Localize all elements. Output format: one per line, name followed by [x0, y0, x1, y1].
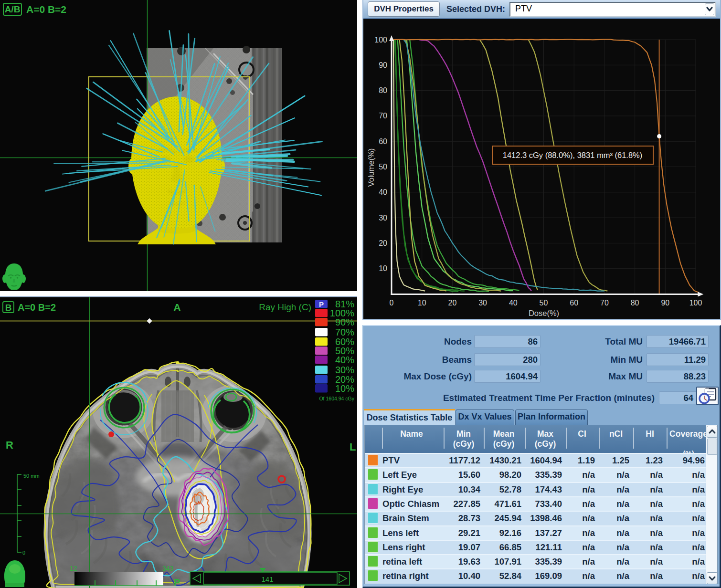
- svg-text:10: 10: [418, 299, 426, 307]
- svg-text:20: 20: [379, 239, 387, 247]
- svg-text:12: 12: [70, 565, 77, 572]
- svg-text:80: 80: [379, 86, 387, 94]
- svg-text:40: 40: [379, 188, 387, 196]
- svg-text:Of 1604.94 cGy: Of 1604.94 cGy: [319, 396, 354, 401]
- svg-text:40%: 40%: [335, 355, 354, 365]
- svg-text:A/B: A/B: [5, 4, 21, 14]
- svg-text:R: R: [6, 439, 13, 451]
- svg-text:70: 70: [600, 299, 609, 307]
- svg-text:P: P: [319, 300, 324, 308]
- svg-text:Volume(%): Volume(%): [367, 148, 375, 187]
- svg-text:1412.3 cGy (88.0%), 3831 mm³ (: 1412.3 cGy (88.0%), 3831 mm³ (61.8%): [503, 151, 643, 159]
- svg-text:343: 343: [162, 565, 174, 572]
- svg-text:30: 30: [478, 299, 487, 307]
- svg-text:70%: 70%: [335, 327, 354, 337]
- svg-text:50 mm: 50 mm: [23, 473, 40, 479]
- svg-text:A=0 B=2: A=0 B=2: [18, 302, 56, 313]
- svg-text:50: 50: [379, 163, 387, 171]
- svg-text:L: L: [350, 441, 356, 453]
- svg-text:20: 20: [448, 299, 457, 307]
- svg-text:A: A: [173, 302, 181, 314]
- svg-text:40: 40: [509, 299, 518, 307]
- svg-text:100: 100: [374, 36, 387, 44]
- svg-text:60: 60: [570, 299, 578, 307]
- svg-text:P: P: [174, 577, 180, 588]
- svg-text:10%: 10%: [335, 383, 354, 394]
- svg-text:80: 80: [631, 299, 639, 307]
- svg-text:Ray High (C): Ray High (C): [259, 302, 311, 312]
- svg-text:0: 0: [390, 299, 394, 307]
- svg-text:A=0 B=2: A=0 B=2: [26, 4, 66, 15]
- svg-text:60: 60: [379, 137, 387, 146]
- svg-text:70: 70: [379, 112, 387, 120]
- svg-text:0: 0: [22, 550, 25, 556]
- svg-text:90: 90: [661, 299, 669, 307]
- svg-text:100: 100: [689, 299, 702, 307]
- svg-text:50: 50: [540, 299, 548, 307]
- svg-text:90: 90: [379, 61, 387, 69]
- svg-text:Dose(%): Dose(%): [529, 309, 559, 317]
- svg-text:30: 30: [379, 214, 387, 222]
- svg-text:30%: 30%: [335, 365, 354, 375]
- svg-text:90%: 90%: [335, 317, 354, 327]
- svg-text:B: B: [5, 303, 12, 313]
- svg-text:10: 10: [379, 264, 387, 273]
- svg-text:141: 141: [261, 575, 273, 583]
